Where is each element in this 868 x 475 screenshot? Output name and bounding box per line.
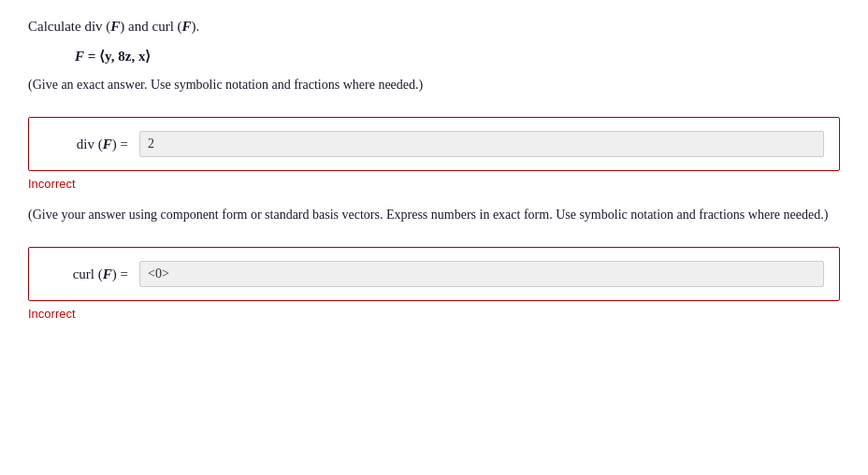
curl-incorrect-label: Incorrect — [28, 307, 840, 321]
div-answer-box: div (F) = — [28, 117, 840, 171]
curl-answer-box: curl (F) = — [28, 247, 840, 301]
div-incorrect-label: Incorrect — [28, 177, 840, 191]
curl-label: curl (F) = — [44, 266, 128, 282]
instruction-text-1: (Give an exact answer. Use symbolic nota… — [28, 78, 840, 93]
instruction-text-2: (Give your answer using component form o… — [28, 208, 840, 223]
div-input[interactable] — [139, 131, 824, 157]
formula-display: F = ⟨y, 8z, x⟩ — [75, 48, 840, 65]
div-label: div (F) = — [44, 137, 128, 152]
problem-title: Calculate div (F) and curl (F). — [28, 19, 840, 35]
curl-input[interactable] — [139, 261, 824, 287]
